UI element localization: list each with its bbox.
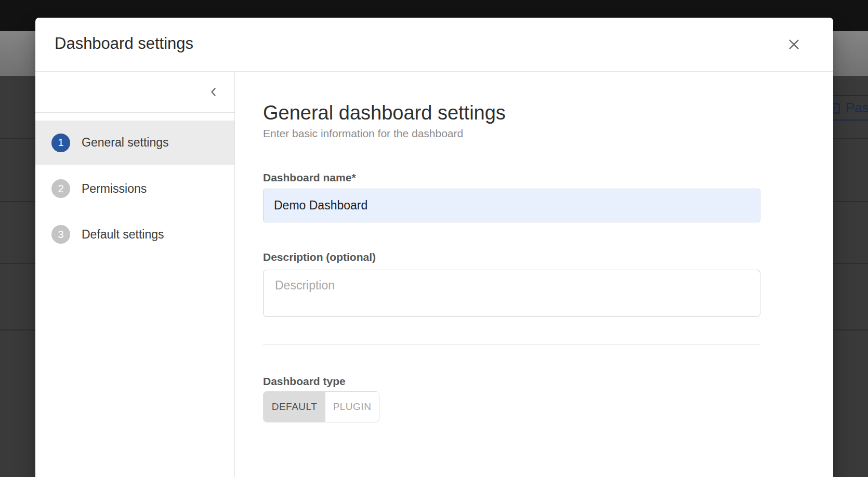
step-permissions[interactable]: 2 Permissions [35, 166, 234, 211]
panel-heading: General dashboard settings [263, 102, 506, 124]
panel-subheading: Enter basic information for the dashboar… [263, 127, 463, 140]
description-label: Description (optional) [263, 251, 376, 263]
step-number-badge: 3 [51, 225, 70, 244]
dashboard-settings-dialog: Dashboard settings 1 General settings 2 … [35, 18, 833, 477]
step-label: Permissions [82, 182, 147, 196]
dashboard-type-toggle: DEFAULT PLUGIN [263, 391, 379, 422]
step-default-settings[interactable]: 3 Default settings [35, 212, 234, 257]
timewindow-label: Past [846, 100, 868, 116]
stepper-sidebar: 1 General settings 2 Permissions 3 Defau… [35, 72, 235, 477]
dashboard-type-label: Dashboard type [263, 375, 346, 388]
stepper-collapse-header [35, 72, 234, 113]
description-textarea[interactable] [263, 270, 760, 317]
dashboard-name-input[interactable] [263, 189, 760, 222]
dialog-header: Dashboard settings [35, 18, 833, 72]
collapse-sidebar-button[interactable] [202, 81, 225, 103]
step-general-settings[interactable]: 1 General settings [35, 121, 234, 165]
general-settings-panel: General dashboard settings Enter basic i… [235, 72, 833, 477]
step-number-badge: 2 [51, 179, 70, 198]
close-button[interactable] [782, 33, 805, 56]
chevron-left-icon [207, 86, 220, 98]
type-option-default[interactable]: DEFAULT [264, 392, 325, 422]
close-icon [787, 37, 801, 51]
step-label: General settings [82, 136, 168, 150]
step-label: Default settings [82, 228, 164, 242]
type-option-plugin[interactable]: PLUGIN [325, 392, 379, 422]
dialog-title: Dashboard settings [55, 34, 193, 53]
dashboard-name-label: Dashboard name* [263, 171, 356, 184]
step-number-badge: 1 [51, 134, 70, 152]
section-divider [263, 344, 760, 345]
